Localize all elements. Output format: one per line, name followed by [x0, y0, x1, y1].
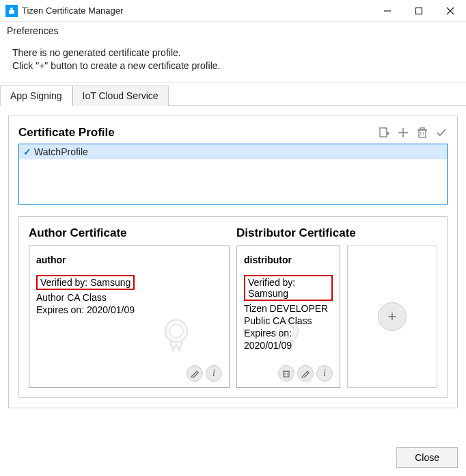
close-window-button[interactable]: [435, 0, 466, 22]
certificates-panel: Author Certificate author Verified by: S…: [18, 216, 448, 398]
distributor-seal-icon: [269, 316, 305, 353]
author-edit-button[interactable]: [187, 365, 203, 382]
svg-rect-6: [380, 128, 387, 137]
add-distributor-card[interactable]: +: [347, 246, 437, 388]
svg-rect-3: [416, 8, 422, 14]
footer: Close: [0, 440, 466, 476]
app-icon: [5, 5, 18, 17]
svg-point-16: [276, 320, 298, 342]
svg-point-14: [165, 320, 187, 342]
svg-rect-1: [9, 10, 14, 14]
svg-point-17: [280, 324, 294, 338]
content-area: Certificate Profile ✓ WatchProfile Autho…: [0, 106, 466, 418]
distributor-card: distributor Verified by: Samsung Tizen D…: [236, 246, 340, 388]
profile-title: Certificate Profile: [18, 126, 378, 140]
author-seal-icon: [158, 316, 195, 353]
author-ca: Author CA Class: [36, 291, 222, 304]
svg-point-0: [10, 8, 13, 10]
plus-icon[interactable]: [397, 127, 409, 139]
minimize-button[interactable]: [372, 0, 403, 22]
preferences-menu[interactable]: Preferences: [3, 23, 62, 38]
tab-bar: App Signing IoT Cloud Service: [0, 85, 466, 106]
profile-name: WatchProfile: [34, 146, 88, 157]
profile-list[interactable]: ✓ WatchProfile: [18, 144, 448, 205]
main-panel: Certificate Profile ✓ WatchProfile Autho…: [8, 116, 458, 408]
svg-rect-9: [419, 130, 426, 137]
author-heading: Author Certificate: [29, 226, 230, 240]
active-check-icon: ✓: [23, 146, 31, 157]
window-title: Tizen Certificate Manager: [22, 5, 372, 16]
add-distributor-icon: +: [378, 302, 407, 331]
tab-app-signing[interactable]: App Signing: [0, 85, 72, 106]
info-area: There is no generated certificate profil…: [0, 40, 466, 83]
profile-row[interactable]: ✓ WatchProfile: [19, 144, 447, 159]
distributor-verified: Verified by: Samsung: [244, 275, 333, 301]
profile-header: Certificate Profile: [18, 126, 448, 140]
maximize-button[interactable]: [403, 0, 435, 22]
close-button[interactable]: Close: [396, 447, 458, 468]
menubar: Preferences: [0, 22, 466, 40]
svg-rect-13: [420, 128, 424, 130]
trash-icon[interactable]: [416, 127, 428, 139]
distributor-heading: Distributor Certificate: [236, 226, 437, 240]
titlebar: Tizen Certificate Manager: [0, 0, 466, 22]
author-expires: Expires on: 2020/01/09: [36, 304, 222, 316]
import-icon[interactable]: [378, 127, 390, 139]
tab-iot-cloud[interactable]: IoT Cloud Service: [72, 85, 169, 106]
author-column: Author Certificate author Verified by: S…: [29, 226, 230, 388]
info-line-2: Click "+" button to create a new certifi…: [12, 60, 466, 72]
author-info-button[interactable]: i: [206, 365, 222, 382]
author-card-title: author: [36, 254, 222, 265]
distributor-edit-button[interactable]: [297, 365, 314, 382]
svg-point-15: [169, 324, 183, 338]
distributor-delete-button[interactable]: [278, 365, 294, 382]
distributor-card-title: distributor: [244, 254, 333, 265]
profile-toolbar: [378, 127, 448, 139]
distributor-info-button[interactable]: i: [316, 365, 333, 382]
author-verified: Verified by: Samsung: [36, 275, 135, 290]
svg-rect-18: [284, 371, 289, 377]
info-line-1: There is no generated certificate profil…: [12, 47, 466, 60]
distributor-column: Distributor Certificate distributor Veri…: [236, 226, 437, 388]
check-icon[interactable]: [435, 127, 448, 139]
author-card: author Verified by: Samsung Author CA Cl…: [29, 246, 230, 388]
